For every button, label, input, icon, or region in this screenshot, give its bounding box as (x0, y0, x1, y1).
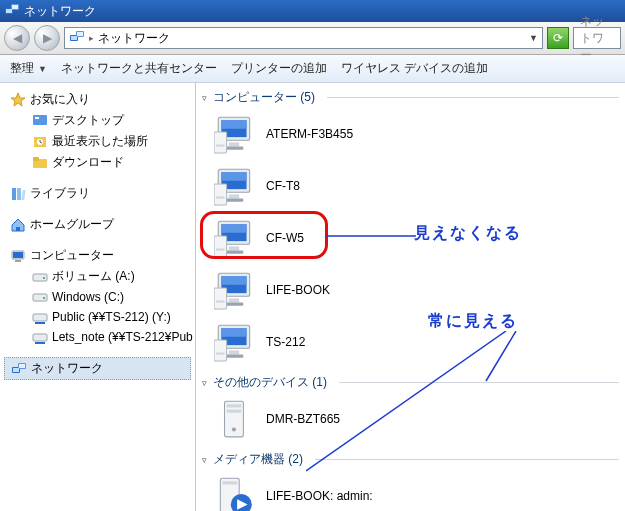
pc-icon (214, 113, 256, 155)
tree-recent[interactable]: 最近表示した場所 (4, 131, 191, 152)
tree-netdrive-y[interactable]: Public (¥¥TS-212) (Y:) (4, 307, 191, 327)
tree-homegroup[interactable]: ホームグループ (4, 214, 191, 235)
tree-favorites[interactable]: お気に入り (4, 89, 191, 110)
homegroup-icon (10, 217, 26, 233)
network-drive-icon (32, 309, 48, 325)
network-icon (4, 2, 20, 21)
computer-item[interactable]: CF-T8 (212, 160, 362, 212)
network-icon (69, 29, 85, 48)
pc-icon (214, 165, 256, 207)
search-input[interactable]: ネットワー (573, 27, 621, 49)
drive-icon (32, 289, 48, 305)
computer-item[interactable]: ATERM-F3B455 (212, 108, 472, 160)
address-bar[interactable]: ▸ ネットワーク ▼ (64, 27, 543, 49)
tree-drive-a[interactable]: ボリューム (A:) (4, 266, 191, 287)
star-icon (10, 92, 26, 108)
tree-netdrive-lets[interactable]: Lets_note (¥¥TS-212¥Pub (4, 327, 191, 347)
group-header-other[interactable]: ▿ その他のデバイス (1) (202, 372, 619, 393)
add-wireless-button[interactable]: ワイヤレス デバイスの追加 (341, 60, 488, 77)
command-bar: 整理▼ ネットワークと共有センター プリンターの追加 ワイヤレス デバイスの追加 (0, 55, 625, 83)
group-media: ▿ メディア機器 (2) LIFE-BOOK: admin: TS-212 (202, 449, 619, 511)
address-text: ネットワーク (98, 30, 170, 47)
tree-drive-c[interactable]: Windows (C:) (4, 287, 191, 307)
group-header-media[interactable]: ▿ メディア機器 (2) (202, 449, 619, 470)
tree-libraries[interactable]: ライブラリ (4, 183, 191, 204)
annotation-hidden: 見えなくなる (414, 223, 522, 244)
forward-button[interactable]: ▶ (34, 25, 60, 51)
device-icon (214, 398, 256, 440)
computer-item[interactable]: LIFE-BOOK (212, 264, 362, 316)
network-center-button[interactable]: ネットワークと共有センター (61, 60, 217, 77)
other-device-item[interactable]: DMR-BZT665 (212, 393, 472, 445)
annotation-visible: 常に見える (428, 311, 518, 332)
collapse-icon: ▿ (202, 93, 207, 103)
content-pane: ▿ コンピューター (5) ATERM-F3B455 CF-T8 CF-W5 L… (196, 83, 625, 511)
media-icon (214, 475, 256, 511)
network-drive-icon (32, 329, 48, 345)
window-titlebar: ネットワーク (0, 0, 625, 22)
pc-icon (214, 269, 256, 311)
tree-downloads[interactable]: ダウンロード (4, 152, 191, 173)
media-device-item[interactable]: LIFE-BOOK: admin: (212, 470, 472, 511)
pc-icon (214, 217, 256, 259)
network-icon (11, 361, 27, 377)
nav-row: ◀ ▶ ▸ ネットワーク ▼ ⟳ ネットワー (0, 22, 625, 55)
drive-icon (32, 269, 48, 285)
collapse-icon: ▿ (202, 378, 207, 388)
refresh-icon: ⟳ (553, 31, 563, 45)
add-printer-button[interactable]: プリンターの追加 (231, 60, 327, 77)
pc-icon (214, 321, 256, 363)
left-arrow-icon: ◀ (13, 31, 22, 45)
nav-tree: お気に入り デスクトップ 最近表示した場所 ダウンロード ライブラリ ホームグル… (0, 83, 196, 511)
group-header-computers[interactable]: ▿ コンピューター (5) (202, 87, 619, 108)
refresh-button[interactable]: ⟳ (547, 27, 569, 49)
group-computers: ▿ コンピューター (5) ATERM-F3B455 CF-T8 CF-W5 L… (202, 87, 619, 368)
window-title: ネットワーク (24, 3, 96, 20)
back-button[interactable]: ◀ (4, 25, 30, 51)
desktop-icon (32, 113, 48, 129)
group-other: ▿ その他のデバイス (1) DMR-BZT665 (202, 372, 619, 445)
tree-computer[interactable]: コンピューター (4, 245, 191, 266)
organize-button[interactable]: 整理▼ (10, 60, 47, 77)
library-icon (10, 186, 26, 202)
computer-icon (10, 248, 26, 264)
breadcrumb-chevron-icon: ▸ (89, 33, 94, 43)
chevron-down-icon: ▼ (38, 64, 47, 74)
tree-desktop[interactable]: デスクトップ (4, 110, 191, 131)
right-arrow-icon: ▶ (43, 31, 52, 45)
recent-icon (32, 134, 48, 150)
tree-network[interactable]: ネットワーク (4, 357, 191, 380)
collapse-icon: ▿ (202, 455, 207, 465)
folder-icon (32, 155, 48, 171)
dropdown-icon[interactable]: ▼ (529, 33, 538, 43)
